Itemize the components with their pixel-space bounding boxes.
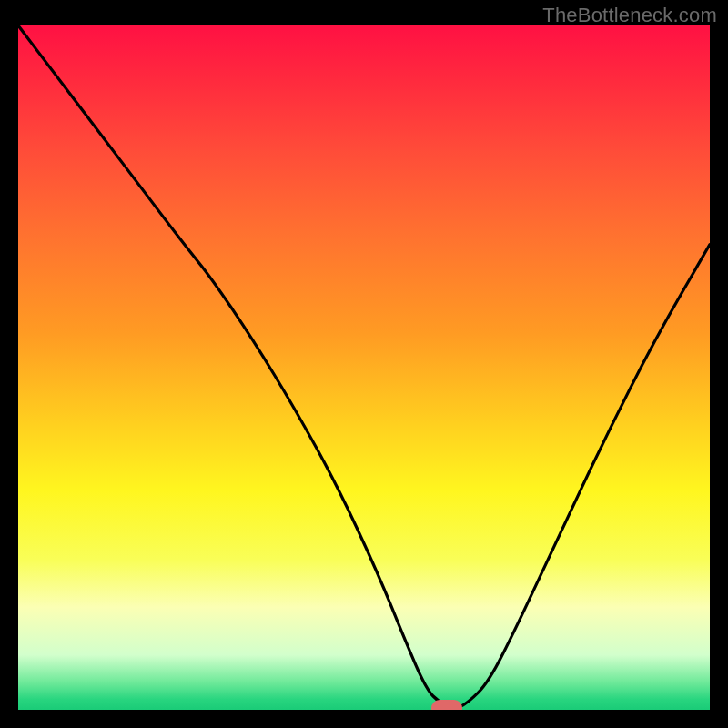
chart-frame: TheBottleneck.com xyxy=(0,0,728,728)
optimum-marker xyxy=(431,700,462,710)
watermark-text: TheBottleneck.com xyxy=(542,4,717,27)
plot-area xyxy=(18,25,710,710)
bottleneck-curve xyxy=(18,25,710,710)
